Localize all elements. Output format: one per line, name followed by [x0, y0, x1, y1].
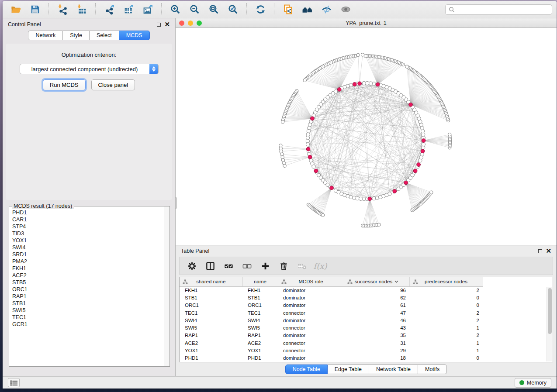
- table-cell[interactable]: ACE2: [242, 339, 278, 347]
- table-cell[interactable]: STB1: [180, 294, 242, 301]
- table-cell[interactable]: 96: [344, 286, 409, 294]
- table-cell[interactable]: STB1: [242, 294, 278, 301]
- table-cell[interactable]: dominator: [278, 294, 344, 301]
- table-scrollbar[interactable]: [547, 287, 552, 361]
- mcds-result-item[interactable]: RAP1: [12, 293, 164, 300]
- table-cell[interactable]: dominator: [278, 302, 344, 309]
- table-cell[interactable]: dominator: [278, 286, 344, 294]
- table-cell[interactable]: 62: [344, 294, 409, 301]
- network-canvas[interactable]: [176, 28, 557, 245]
- table-row[interactable]: FKH1FKH1dominator962: [180, 286, 548, 294]
- table-cell[interactable]: 31: [344, 339, 409, 347]
- tab-motifs[interactable]: Motifs: [418, 364, 447, 374]
- table-cell[interactable]: 0: [409, 302, 483, 309]
- memory-button[interactable]: Memory: [515, 378, 551, 388]
- column-predecessor-nodes[interactable]: predecessor nodes: [409, 277, 483, 286]
- table-settings-button[interactable]: [184, 258, 200, 273]
- table-cell[interactable]: YOX1: [180, 347, 242, 354]
- clone-network-button[interactable]: [279, 3, 297, 17]
- table-header-row[interactable]: shared name name MCDS role: [180, 277, 548, 286]
- run-mcds-button[interactable]: Run MCDS: [43, 79, 86, 90]
- table-cell[interactable]: YOX1: [242, 347, 278, 354]
- table-cell[interactable]: 18: [344, 354, 409, 362]
- mcds-result-item[interactable]: YOX1: [12, 237, 164, 244]
- table-cell[interactable]: 46: [344, 316, 409, 324]
- table-cell[interactable]: 1: [409, 347, 483, 354]
- table-cell[interactable]: 2: [409, 309, 483, 316]
- mcds-result-item[interactable]: SWI4: [12, 244, 164, 251]
- table-cell[interactable]: ACE2: [180, 339, 242, 347]
- mcds-result-item[interactable]: ORC1: [12, 286, 164, 293]
- table-cell[interactable]: FKH1: [180, 286, 242, 294]
- column-mcds-role[interactable]: MCDS role: [278, 277, 344, 286]
- table-cell[interactable]: 2: [409, 332, 483, 339]
- table-cell[interactable]: 0: [409, 354, 483, 362]
- table-scrollbar-thumb[interactable]: [548, 288, 552, 334]
- table-cell[interactable]: ORC1: [180, 302, 242, 309]
- search-field[interactable]: [445, 4, 552, 15]
- float-table-panel-icon[interactable]: [538, 249, 542, 253]
- splitter-grip[interactable]: [176, 197, 177, 209]
- table-cell[interactable]: TEC1: [180, 309, 242, 316]
- zoom-selected-button[interactable]: [224, 3, 242, 17]
- table-cell[interactable]: connector: [278, 347, 344, 354]
- mcds-result-item[interactable]: PHD1: [12, 209, 164, 216]
- column-selector-button[interactable]: [202, 258, 218, 273]
- table-cell[interactable]: ORC1: [242, 302, 278, 309]
- table-cell[interactable]: 29: [344, 347, 409, 354]
- table-row[interactable]: TEC1TEC1connector472: [180, 309, 548, 316]
- table-cell[interactable]: 35: [344, 332, 409, 339]
- show-all-button[interactable]: [337, 3, 354, 17]
- mcds-result-item[interactable]: TID3: [12, 230, 164, 237]
- table-cell[interactable]: connector: [278, 309, 344, 316]
- table-cell[interactable]: SWI4: [242, 316, 278, 324]
- import-table-button[interactable]: [73, 3, 90, 17]
- mcds-list-scrollbar[interactable]: [164, 206, 170, 366]
- table-row[interactable]: SWI5SWI5connector431: [180, 324, 548, 331]
- close-panel-icon[interactable]: ✕: [164, 22, 170, 27]
- mcds-result-item[interactable]: STB5: [12, 279, 164, 286]
- table-cell[interactable]: dominator: [278, 354, 344, 362]
- tab-select[interactable]: Select: [90, 31, 119, 40]
- table-cell[interactable]: PHD1: [180, 354, 242, 362]
- mcds-result-list[interactable]: PHD1CAR1STP4TID3YOX1SWI4SRD1PMA2FKH1ACE2…: [9, 206, 164, 366]
- first-neighbors-button[interactable]: [298, 3, 316, 17]
- mcds-result-item[interactable]: STB1: [12, 300, 164, 307]
- export-network-button[interactable]: [100, 3, 118, 17]
- table-row[interactable]: PHD1PHD1dominator180: [180, 354, 548, 362]
- search-input[interactable]: [457, 7, 549, 13]
- column-successor-nodes[interactable]: successor nodes: [344, 277, 409, 286]
- table-cell[interactable]: connector: [278, 339, 344, 347]
- mcds-result-item[interactable]: CAR1: [12, 216, 164, 223]
- table-cell[interactable]: 61: [344, 302, 409, 309]
- mcds-result-item[interactable]: GCR1: [12, 321, 164, 328]
- node-table[interactable]: shared name name MCDS role: [179, 277, 553, 362]
- table-row[interactable]: YOX1YOX1connector291: [180, 347, 548, 354]
- table-row[interactable]: SWI4SWI4dominator462: [180, 316, 548, 324]
- table-cell[interactable]: FKH1: [242, 286, 278, 294]
- table-row[interactable]: RAP1RAP1dominator352: [180, 332, 548, 339]
- criterion-select[interactable]: largest connected component (undirected): [20, 64, 159, 74]
- select-all-button[interactable]: [221, 258, 236, 273]
- zoom-out-button[interactable]: [186, 3, 203, 17]
- table-cell[interactable]: dominator: [278, 332, 344, 339]
- task-history-button[interactable]: [8, 378, 20, 387]
- delete-button[interactable]: [276, 258, 291, 273]
- mcds-result-item[interactable]: SRD1: [12, 251, 164, 258]
- network-graph[interactable]: [176, 28, 557, 245]
- zoom-fit-button[interactable]: [205, 3, 222, 17]
- table-cell[interactable]: PHD1: [242, 354, 278, 362]
- tab-network-table[interactable]: Network Table: [369, 364, 418, 374]
- tab-node-table[interactable]: Node Table: [285, 364, 328, 374]
- table-cell[interactable]: RAP1: [180, 332, 242, 339]
- table-cell[interactable]: SWI5: [242, 324, 278, 331]
- float-panel-icon[interactable]: [157, 23, 161, 27]
- table-cell[interactable]: dominator: [278, 316, 344, 324]
- refresh-view-button[interactable]: [252, 3, 269, 17]
- column-shared-name[interactable]: shared name: [180, 277, 242, 286]
- mcds-result-item[interactable]: PMA2: [12, 258, 164, 265]
- save-session-button[interactable]: [26, 3, 44, 17]
- hide-selected-button[interactable]: [318, 3, 335, 17]
- close-table-panel-icon[interactable]: ✕: [546, 249, 551, 253]
- table-cell[interactable]: 1: [409, 324, 483, 331]
